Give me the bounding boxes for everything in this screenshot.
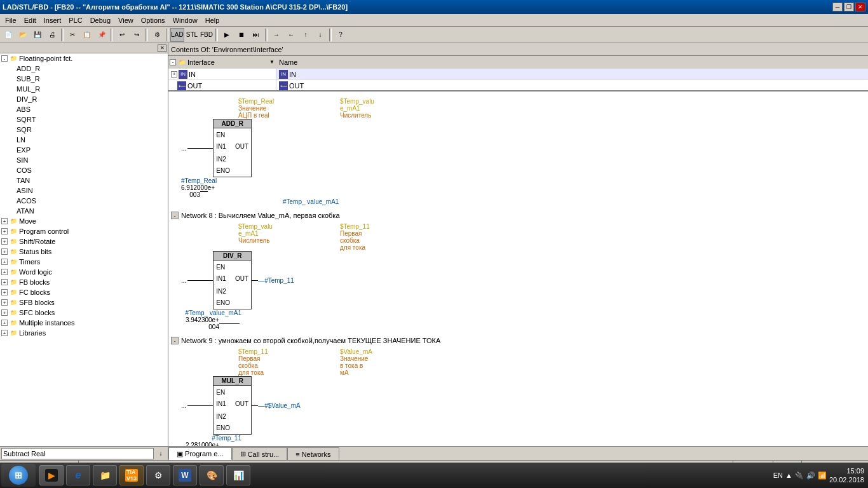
tree-item-exp[interactable]: EXP [0, 145, 168, 155]
print-button[interactable]: 🖨 [45, 28, 59, 42]
tab-call-structure[interactable]: ⊞ Call stru... [232, 447, 288, 460]
run-button[interactable]: ▶ [220, 28, 234, 42]
tree-group-libraries[interactable]: + 📁 Libraries [0, 328, 168, 338]
compile-button[interactable]: ⚙ [150, 28, 164, 42]
tree-item-cos[interactable]: COS [0, 165, 168, 175]
help-button[interactable]: ? [334, 28, 348, 42]
new-button[interactable]: 📄 [1, 28, 15, 42]
stl-button[interactable]: STL [185, 28, 199, 42]
undo-button[interactable]: ↩ [115, 28, 129, 42]
tree-item-sqrt[interactable]: SQRT [0, 114, 168, 125]
search-go-button[interactable]: ↓ [155, 448, 166, 459]
libraries-expander[interactable]: + [1, 330, 8, 336]
tab-networks[interactable]: ≡ Networks [287, 447, 339, 460]
tree-group-shift-rotate[interactable]: + 📁 Shift/Rotate [0, 236, 168, 247]
menu-file[interactable]: File [1, 14, 20, 26]
copy-button[interactable]: 📋 [80, 28, 94, 42]
menu-insert[interactable]: Insert [40, 14, 65, 26]
tree-item-abs[interactable]: ABS [0, 104, 168, 114]
status-bits-expander[interactable]: + [1, 248, 8, 255]
arrow2-button[interactable]: ← [284, 28, 298, 42]
in-expander[interactable]: + [171, 71, 177, 78]
timers-expander[interactable]: + [1, 259, 8, 265]
tree-floating-point[interactable]: - 📁 Floating-point fct. [0, 53, 168, 64]
interface-in-row[interactable]: + IN IN [168, 69, 276, 80]
word-logic-expander[interactable]: + [1, 269, 8, 275]
interface-out-row[interactable]: ⟵ OUT [168, 80, 276, 92]
name-out-value-row[interactable]: ⟵ OUT [276, 80, 868, 92]
paste-button[interactable]: 📌 [95, 28, 109, 42]
taskbar-explorer[interactable]: 📁 [93, 465, 117, 485]
program-control-expander[interactable]: + [1, 228, 8, 234]
tree-group-word-logic[interactable]: + 📁 Word logic [0, 267, 168, 277]
tree-group-multiple-instances[interactable]: + 📁 Multiple instances [0, 318, 168, 328]
menu-options[interactable]: Options [137, 14, 169, 26]
close-button[interactable]: ✕ [855, 3, 865, 11]
floating-point-expander[interactable]: - [1, 55, 8, 62]
menu-help[interactable]: Help [201, 14, 224, 26]
network-8-collapse[interactable]: - [171, 212, 179, 219]
sfc-blocks-expander[interactable]: + [1, 309, 8, 316]
interface-collapse-btn[interactable]: - [170, 59, 176, 65]
menu-edit[interactable]: Edit [20, 14, 40, 26]
shift-rotate-expander[interactable]: + [1, 238, 8, 245]
minimize-button[interactable]: ─ [832, 3, 843, 11]
tree-group-fb-blocks[interactable]: + 📁 FB blocks [0, 277, 168, 287]
search-input[interactable] [1, 448, 154, 459]
tree-item-sub-r[interactable]: SUB_R [0, 74, 168, 84]
tree-item-ln[interactable]: LN [0, 135, 168, 145]
menu-view[interactable]: View [114, 14, 137, 26]
tree-item-sin[interactable]: SIN [0, 155, 168, 165]
tab-program-elements[interactable]: ▣ Program e... [168, 447, 232, 460]
fc-blocks-expander[interactable]: + [1, 289, 8, 295]
network-9-collapse[interactable]: - [171, 337, 179, 344]
multiple-instances-expander[interactable]: + [1, 320, 8, 326]
sfb-blocks-expander[interactable]: + [1, 299, 8, 306]
start-button[interactable]: ⊞ [1, 464, 36, 487]
tree-group-sfc-blocks[interactable]: + 📁 SFC blocks [0, 308, 168, 318]
tree-item-mul-r[interactable]: MUL_R [0, 84, 168, 94]
lad-button[interactable]: LAD [170, 28, 184, 42]
stop-button[interactable]: ⏹ [234, 28, 248, 42]
tree-group-sfb-blocks[interactable]: + 📁 SFB blocks [0, 297, 168, 308]
taskbar-paint[interactable]: 🎨 [200, 465, 224, 485]
tree-group-program-control[interactable]: + 📁 Program control [0, 226, 168, 236]
tree-item-div-r[interactable]: DIV_R [0, 94, 168, 104]
tree-group-move[interactable]: + 📁 Move [0, 216, 168, 226]
tree-item-sqr[interactable]: SQR [0, 125, 168, 135]
cut-button[interactable]: ✂ [65, 28, 79, 42]
nop-button[interactable]: → [269, 28, 283, 42]
fbd-button[interactable]: FBD [200, 28, 214, 42]
taskbar-excel[interactable]: 📊 [226, 465, 250, 485]
tree-group-timers[interactable]: + 📁 Timers [0, 257, 168, 267]
redo-button[interactable]: ↪ [130, 28, 144, 42]
left-panel-close[interactable]: ✕ [158, 44, 166, 52]
arrow3-button[interactable]: ↑ [299, 28, 313, 42]
menu-plc[interactable]: PLC [65, 14, 86, 26]
tree-group-fc-blocks[interactable]: + 📁 FC blocks [0, 287, 168, 297]
taskbar-settings[interactable]: ⚙ [146, 465, 170, 485]
tree-item-acos[interactable]: ACOS [0, 196, 168, 206]
tree-item-atan[interactable]: ATAN [0, 206, 168, 216]
tree-item-tan[interactable]: TAN [0, 175, 168, 186]
name-in-value-row[interactable]: IN IN [276, 69, 868, 80]
taskbar-ie[interactable]: e [66, 465, 90, 485]
taskbar-tia[interactable]: TIAV13 [119, 465, 144, 485]
menu-debug[interactable]: Debug [86, 14, 114, 26]
tree-group-status-bits[interactable]: + 📁 Status bits [0, 247, 168, 257]
save-button[interactable]: 💾 [31, 28, 44, 42]
taskbar-word[interactable]: W [173, 465, 197, 485]
arrow4-button[interactable]: ↓ [313, 28, 327, 42]
tree-item-asin[interactable]: ASIN [0, 186, 168, 196]
n9-in2-pin: IN2 [216, 410, 230, 423]
move-expander[interactable]: + [1, 218, 8, 224]
open-button[interactable]: 📂 [16, 28, 30, 42]
tree-item-add-r[interactable]: ADD_R [0, 64, 168, 74]
interface-scroll-arrow: ▼ [269, 59, 275, 65]
menu-window[interactable]: Window [169, 14, 201, 26]
taskbar-media-player[interactable]: ▶ [39, 465, 64, 485]
restore-button[interactable]: ❐ [844, 3, 854, 11]
step-button[interactable]: ⏭ [249, 28, 263, 42]
network-area[interactable]: $Temp_Real Значение АЦП в real $Temp_val… [168, 92, 868, 446]
fb-blocks-expander[interactable]: + [1, 279, 8, 285]
